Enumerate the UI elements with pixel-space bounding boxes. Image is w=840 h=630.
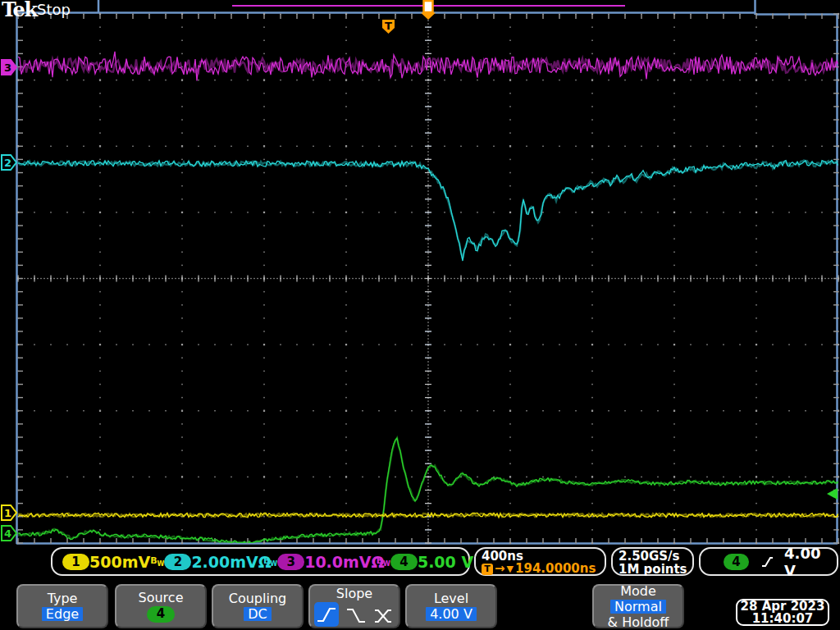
source-channel-badge: 4 xyxy=(147,606,175,623)
graticule-canvas: 1234T xyxy=(0,0,840,630)
channel-readout-bar: 1 500mV BW 2 2.00mVΩ BW 3 10.0mVΩ BW 4 5… xyxy=(51,547,470,576)
ch2-position-marker[interactable]: 2 xyxy=(2,155,16,170)
menu-button-source[interactable]: Source 4 xyxy=(115,584,207,628)
ch1-position-marker[interactable]: 1 xyxy=(2,505,16,520)
menu-button-type[interactable]: Type Edge xyxy=(16,584,108,628)
svg-text:1: 1 xyxy=(4,507,11,519)
trigger-position-value: 194.0000ns xyxy=(515,563,596,575)
menu-label: Mode xyxy=(620,584,656,598)
trigger-readout: 4 4.00 V xyxy=(699,547,838,576)
type-value: Edge xyxy=(42,607,83,621)
time: 11:40:07 xyxy=(752,613,814,625)
level-value: 4.00 V xyxy=(426,607,477,621)
trigger-source-badge: 4 xyxy=(724,554,749,570)
sample-rate: 2.50GS/s xyxy=(619,550,692,563)
slope-either-icon[interactable] xyxy=(373,604,395,627)
ch3-bandwidth-icon: BW xyxy=(377,555,390,568)
slope-rising-icon[interactable] xyxy=(314,602,339,627)
tek-logo: Tek xyxy=(2,0,37,21)
acquisition-status: Stop xyxy=(37,1,71,18)
menu-button-mode[interactable]: Mode Normal & Holdoff xyxy=(592,584,684,628)
ch1-scale: 500mV xyxy=(89,553,150,571)
ch1-bandwidth-icon: BW xyxy=(150,555,164,568)
menu-label: Coupling xyxy=(229,591,286,605)
acquisition-readout: 2.50GS/s 1M points xyxy=(611,547,694,576)
ch2-scale: 2.00mVΩ xyxy=(191,553,272,571)
ch4-scale: 5.00 V xyxy=(418,553,473,571)
ch3-scale: 10.0mVΩ xyxy=(304,553,385,571)
slope-falling-icon[interactable] xyxy=(345,604,368,627)
trigger-t-flag[interactable]: T xyxy=(382,20,395,34)
triangle-down-icon: ▼ xyxy=(507,563,514,575)
menu-button-coupling[interactable]: Coupling DC xyxy=(212,584,304,628)
timebase-readout: 400ns T→▼194.0000ns xyxy=(474,547,606,576)
rising-edge-icon xyxy=(760,555,773,568)
ch2-badge: 2 xyxy=(164,554,191,570)
svg-text:2: 2 xyxy=(4,157,11,169)
menu-button-slope[interactable]: Slope xyxy=(308,584,400,628)
trigger-position-readout: T→▼194.0000ns xyxy=(482,563,605,575)
mode-value2: & Holdoff xyxy=(608,615,669,629)
trigger-t-icon: T xyxy=(482,564,493,575)
datetime-display: 28 Apr 2023 11:40:07 xyxy=(736,599,829,626)
menu-label: Level xyxy=(434,591,468,605)
trigger-level-value: 4.00 V xyxy=(784,545,829,579)
ch3-position-marker[interactable]: 3 xyxy=(2,60,16,75)
record-length: 1M points xyxy=(619,563,692,576)
ch3-badge: 3 xyxy=(277,554,304,570)
ch4-badge: 4 xyxy=(390,554,418,570)
menu-label: Type xyxy=(48,591,78,605)
arrow-icon: → xyxy=(495,563,505,575)
oscilloscope-screen: 1234T Tek Stop 1 500mV BW 2 2.00mVΩ BW 3… xyxy=(0,0,840,630)
menu-button-level[interactable]: Level 4.00 V xyxy=(405,584,497,628)
menu-label: Slope xyxy=(336,587,372,600)
coupling-value: DC xyxy=(244,607,272,621)
menu-label: Source xyxy=(139,591,184,605)
ch2-bandwidth-icon: BW xyxy=(263,555,277,568)
svg-text:4: 4 xyxy=(4,527,11,540)
svg-text:3: 3 xyxy=(4,62,11,74)
trigger-level-arrow[interactable] xyxy=(827,488,838,500)
ch4-position-marker[interactable]: 4 xyxy=(2,526,16,541)
svg-text:T: T xyxy=(385,20,392,32)
ch1-badge: 1 xyxy=(62,554,89,570)
mode-value: Normal xyxy=(610,600,666,614)
trigger-position-marker[interactable] xyxy=(421,1,436,20)
